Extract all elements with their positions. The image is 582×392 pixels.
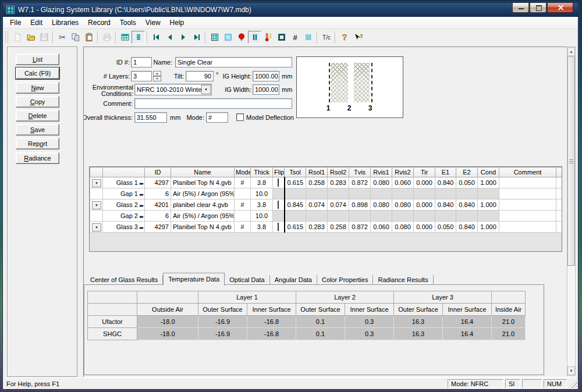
mode-cell[interactable]: # <box>235 177 251 188</box>
id-cell[interactable]: 6 <box>145 188 171 199</box>
menu-libraries[interactable]: Libraries <box>47 17 83 28</box>
row-label[interactable]: Glass 1▸▸ <box>103 177 145 188</box>
thickness-cell[interactable]: 3.8 <box>251 222 273 233</box>
mode-cell[interactable] <box>235 211 251 222</box>
chevron-down-icon[interactable]: ▼ <box>92 179 101 187</box>
name-field[interactable]: Single Clear <box>175 57 292 67</box>
flip-cell[interactable] <box>273 177 285 188</box>
value-cell[interactable]: 0.000 <box>414 199 435 211</box>
value-cell[interactable]: 1.000 <box>478 222 499 233</box>
flip-checkbox[interactable] <box>278 201 279 209</box>
spin-down-icon[interactable]: ▼ <box>153 76 161 81</box>
value-cell[interactable]: 0.060 <box>371 222 392 233</box>
value-cell[interactable]: 0.050 <box>456 177 478 188</box>
minimize-button[interactable] <box>512 3 529 13</box>
comment-cell[interactable] <box>499 222 556 233</box>
value-cell[interactable]: 0.840 <box>435 177 456 188</box>
value-cell[interactable]: 0.074 <box>306 199 328 211</box>
model-deflection-checkbox[interactable] <box>236 113 244 121</box>
id-field[interactable]: 1 <box>131 57 152 67</box>
value-cell[interactable]: 0.283 <box>306 222 328 233</box>
radiance-button[interactable]: Radiance <box>16 152 59 164</box>
copy-icon[interactable] <box>69 31 82 44</box>
row-header-shgc[interactable]: SHGC <box>88 328 137 340</box>
value-cell[interactable]: 1.000 <box>478 177 499 188</box>
value-cell[interactable]: 0.840 <box>456 199 478 211</box>
layers-field[interactable]: 3 <box>131 71 152 81</box>
value-cell[interactable]: 0.898 <box>349 199 371 211</box>
value-cell[interactable]: 0.872 <box>349 222 371 233</box>
next-record-icon[interactable] <box>176 31 190 44</box>
id-cell[interactable]: 6 <box>145 211 171 222</box>
menu-edit[interactable]: Edit <box>26 17 47 28</box>
restore-button[interactable] <box>530 3 546 13</box>
divider-library-icon[interactable]: # <box>288 31 301 44</box>
name-cell[interactable]: Planibel Top N 4.gvb <box>171 222 235 233</box>
glazing-system-library-icon[interactable] <box>248 31 261 44</box>
help-icon[interactable]: ? <box>338 31 351 44</box>
mode-field[interactable]: # <box>206 112 228 123</box>
value-cell[interactable]: 0.000 <box>414 222 435 233</box>
close-button[interactable] <box>547 3 573 13</box>
value-cell[interactable]: 0.080 <box>392 199 414 211</box>
id-cell[interactable]: 4201 <box>145 199 171 211</box>
menu-help[interactable]: Help <box>165 17 189 28</box>
menu-view[interactable]: View <box>141 17 165 28</box>
comment-field[interactable] <box>134 98 292 109</box>
flip-checkbox[interactable] <box>278 223 279 231</box>
tab-radiance-results[interactable]: Radiance Results <box>373 275 433 285</box>
copy-button[interactable]: Copy <box>16 96 59 108</box>
flip-cell[interactable] <box>273 199 285 211</box>
tab-temperature-data[interactable]: Temperature Data <box>163 273 225 286</box>
new-button[interactable]: New <box>16 82 59 94</box>
gas-library-icon[interactable] <box>235 31 248 44</box>
tab-center-of-glass-results[interactable]: Center of Glass Results <box>86 275 163 285</box>
scrollbar-thumb[interactable] <box>567 56 575 266</box>
overall-thickness-field[interactable]: 31.550 <box>134 112 167 123</box>
tab-optical-data[interactable]: Optical Data <box>225 275 270 285</box>
value-cell[interactable]: 0.615 <box>285 177 306 188</box>
frame-library-icon[interactable] <box>275 31 288 44</box>
vertical-scrollbar[interactable]: ▲ ▼ <box>567 47 576 376</box>
mode-cell[interactable]: # <box>235 222 251 233</box>
flip-checkbox[interactable] <box>278 179 279 187</box>
chevron-down-icon[interactable]: ▼ <box>92 223 101 231</box>
tilt-field[interactable]: 90 <box>186 71 214 81</box>
ig-width-field[interactable]: 1000.00 <box>253 84 279 95</box>
ig-height-field[interactable]: 1000.00 <box>253 71 279 81</box>
list-button[interactable]: List <box>16 54 59 65</box>
thickness-cell[interactable]: 10.0 <box>251 188 273 199</box>
value-cell[interactable]: 0.258 <box>328 222 349 233</box>
comment-cell[interactable] <box>499 199 556 211</box>
value-cell[interactable]: 0.845 <box>285 199 306 211</box>
value-cell[interactable]: 0.840 <box>456 222 478 233</box>
mode-cell[interactable] <box>235 188 251 199</box>
table-view-icon[interactable] <box>118 31 132 44</box>
value-cell[interactable]: 0.000 <box>414 177 435 188</box>
row-label[interactable]: Gap 2▸▸ <box>103 211 145 222</box>
environmental-conditions-dropdown[interactable]: NFRC 100-2010 Winter ▼ <box>134 84 212 95</box>
chevron-down-icon[interactable]: ▼ <box>92 201 101 209</box>
scroll-up-icon[interactable]: ▲ <box>567 47 575 56</box>
detail-view-icon[interactable] <box>132 31 145 44</box>
toolbar-grip[interactable] <box>5 31 8 43</box>
value-cell[interactable]: 0.074 <box>328 199 349 211</box>
comment-cell[interactable] <box>499 211 556 222</box>
value-cell[interactable]: 0.080 <box>371 199 392 211</box>
row-header-ufactor[interactable]: Ufactor <box>88 316 137 328</box>
comment-cell[interactable] <box>499 188 556 199</box>
scroll-down-icon[interactable]: ▼ <box>567 366 575 375</box>
open-database-icon[interactable] <box>24 31 37 44</box>
chevron-down-icon[interactable]: ▼ <box>201 85 211 94</box>
name-cell[interactable]: Air (5%) / Argon (95%) M <box>171 188 235 199</box>
value-cell[interactable]: 0.080 <box>371 177 392 188</box>
name-cell[interactable]: planibel clear 4.gvb <box>171 199 235 211</box>
menu-file[interactable]: File <box>5 17 26 28</box>
value-cell[interactable]: 0.283 <box>328 177 349 188</box>
row-label[interactable]: Glass 2▸▸ <box>103 199 145 211</box>
value-cell[interactable]: 1.000 <box>478 199 499 211</box>
tab-color-properties[interactable]: Color Properties <box>317 275 373 285</box>
value-cell[interactable]: 0.840 <box>435 199 456 211</box>
id-cell[interactable]: 4297 <box>145 222 171 233</box>
save-button[interactable]: Save <box>16 124 59 136</box>
